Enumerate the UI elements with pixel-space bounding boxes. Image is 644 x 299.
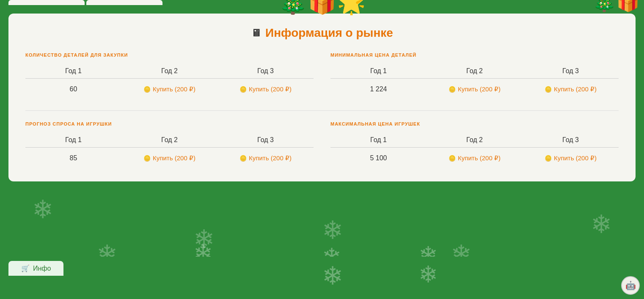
min-price-year2-buy[interactable]: 🪙 Купить (200 ₽) <box>427 79 523 100</box>
robot-button[interactable]: 🤖 <box>621 276 640 295</box>
max-price-year1-value: 5 100 <box>330 148 427 169</box>
max-price-year3-header: Год 3 <box>523 133 619 148</box>
top-sections: КОЛИЧЕСТВО ДЕТАЛЕЙ ДЛЯ ЗАКУПКИ Год 1 Год… <box>25 52 619 100</box>
tab-1[interactable] <box>8 0 85 5</box>
parts-qty-year1-value: 60 <box>25 79 121 100</box>
info-tab-icon: 🛒 <box>21 264 30 272</box>
main-card: 🖥 Информация о рынке КОЛИЧЕСТВО ДЕТАЛЕЙ … <box>8 14 636 181</box>
max-price-label: МАКСИМАЛЬНАЯ ЦЕНА ИГРУШЕК <box>330 121 619 126</box>
min-price-year1-header: Год 1 <box>330 64 427 79</box>
coin-icon-8: 🪙 <box>545 155 552 162</box>
demand-year1-header: Год 1 <box>25 133 121 148</box>
min-price-section: МИНИМАЛЬНАЯ ЦЕНА ДЕТАЛЕЙ Год 1 Год 2 Год… <box>330 52 619 100</box>
robot-icon: 🤖 <box>625 280 636 291</box>
coin-icon-2: 🪙 <box>239 86 247 93</box>
page-title: 🖥 Информация о рынке <box>25 26 619 40</box>
demand-year3-header: Год 3 <box>217 133 314 148</box>
parts-qty-year3-buy[interactable]: 🪙 Купить (200 ₽) <box>217 79 314 100</box>
tab-2[interactable] <box>86 0 162 5</box>
parts-quantity-grid: Год 1 Год 2 Год 3 60 🪙 Купить (200 ₽) 🪙 … <box>25 64 314 100</box>
min-price-year1-value: 1 224 <box>330 79 427 100</box>
coin-icon-1: 🪙 <box>143 86 151 93</box>
max-price-year3-buy[interactable]: 🪙 Купить (200 ₽) <box>523 148 619 169</box>
bottom-snowflake-right1: ❄ <box>418 261 438 288</box>
max-price-year2-buy[interactable]: 🪙 Купить (200 ₽) <box>427 148 523 169</box>
max-price-grid: Год 1 Год 2 Год 3 5 100 🪙 Купить (200 ₽)… <box>330 133 619 169</box>
horizontal-divider-1 <box>25 110 619 111</box>
demand-forecast-label: ПРОГНОЗ СПРОСА НА ИГРУШКИ <box>25 121 314 126</box>
coin-icon-7: 🪙 <box>449 155 456 162</box>
info-tab[interactable]: 🛒 Инфо <box>8 261 63 276</box>
parts-qty-year2-buy[interactable]: 🪙 Купить (200 ₽) <box>121 79 217 100</box>
min-price-grid: Год 1 Год 2 Год 3 1 224 🪙 Купить (200 ₽)… <box>330 64 619 100</box>
coin-icon-4: 🪙 <box>545 86 552 93</box>
parts-qty-year3-header: Год 3 <box>217 64 314 79</box>
demand-year1-value: 85 <box>25 148 121 169</box>
min-price-year2-header: Год 2 <box>427 64 523 79</box>
demand-year2-header: Год 2 <box>121 133 217 148</box>
top-tabs <box>0 0 644 5</box>
demand-year3-buy[interactable]: 🪙 Купить (200 ₽) <box>217 148 314 169</box>
info-tab-label: Инфо <box>33 265 51 272</box>
demand-forecast-section: ПРОГНОЗ СПРОСА НА ИГРУШКИ Год 1 Год 2 Го… <box>25 121 314 169</box>
bottom-bar: 🛒 Инфо ❄ ❄ <box>0 257 644 299</box>
parts-qty-year1-header: Год 1 <box>25 64 121 79</box>
parts-quantity-section: КОЛИЧЕСТВО ДЕТАЛЕЙ ДЛЯ ЗАКУПКИ Год 1 Год… <box>25 52 314 100</box>
title-icon: 🖥 <box>251 27 261 39</box>
demand-grid: Год 1 Год 2 Год 3 85 🪙 Купить (200 ₽) 🪙 … <box>25 133 314 169</box>
parts-qty-year2-header: Год 2 <box>121 64 217 79</box>
coin-icon-5: 🪙 <box>143 155 151 162</box>
parts-quantity-label: КОЛИЧЕСТВО ДЕТАЛЕЙ ДЛЯ ЗАКУПКИ <box>25 52 314 58</box>
bottom-snowflake-center: ❄ <box>322 261 343 291</box>
min-price-label: МИНИМАЛЬНАЯ ЦЕНА ДЕТАЛЕЙ <box>330 52 619 58</box>
demand-year2-buy[interactable]: 🪙 Купить (200 ₽) <box>121 148 217 169</box>
coin-icon-6: 🪙 <box>239 155 247 162</box>
max-price-section: МАКСИМАЛЬНАЯ ЦЕНА ИГРУШЕК Год 1 Год 2 Го… <box>330 121 619 169</box>
bottom-sections: ПРОГНОЗ СПРОСА НА ИГРУШКИ Год 1 Год 2 Го… <box>25 121 619 169</box>
min-price-year3-header: Год 3 <box>523 64 619 79</box>
coin-icon-3: 🪙 <box>449 86 456 93</box>
max-price-year1-header: Год 1 <box>330 133 427 148</box>
min-price-year3-buy[interactable]: 🪙 Купить (200 ₽) <box>523 79 619 100</box>
max-price-year2-header: Год 2 <box>427 133 523 148</box>
